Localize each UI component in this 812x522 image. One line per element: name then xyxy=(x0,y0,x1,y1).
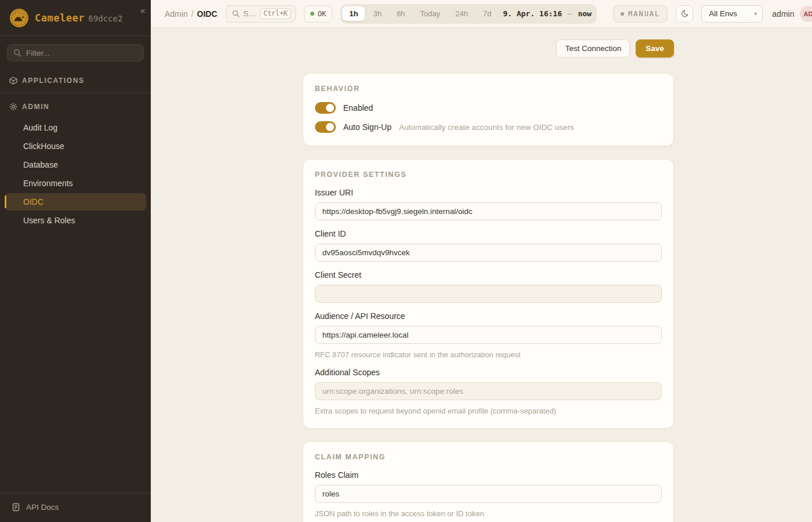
provider-card-title: PROVIDER SETTINGS xyxy=(315,171,662,179)
sidebar-item-users-roles[interactable]: Users & Roles xyxy=(5,212,146,229)
avatar[interactable]: AD xyxy=(800,6,812,22)
sidebar-filter-input[interactable]: Filter... xyxy=(7,44,144,61)
cube-icon xyxy=(9,77,17,85)
manual-label: MANUAL xyxy=(628,10,660,18)
breadcrumb-page: OIDC xyxy=(197,9,217,19)
client-id-input[interactable] xyxy=(315,244,662,262)
enabled-toggle-label: Enabled xyxy=(343,103,373,113)
sidebar-section-admin[interactable]: ADMIN xyxy=(0,97,151,117)
sidebar-header: Cameleer 69dcce2 « xyxy=(0,0,151,36)
sidebar-item-environments[interactable]: Environments xyxy=(5,175,146,192)
time-separator: – xyxy=(567,9,574,18)
auto-signup-hint: Automatically create accounts for new OI… xyxy=(399,123,574,132)
main-area: Admin / OIDC S… Ctrl+K OK 1h 3h 6h Today… xyxy=(151,0,812,522)
auto-signup-toggle[interactable] xyxy=(315,121,336,133)
section-label: ADMIN xyxy=(22,103,49,111)
environment-select[interactable]: All Envs ▾ xyxy=(701,5,763,23)
provider-settings-card: PROVIDER SETTINGS Issuer URI Client ID C… xyxy=(303,159,674,429)
behavior-card-title: BEHAVIOR xyxy=(315,85,662,93)
sidebar-api-docs-link[interactable]: API Docs xyxy=(0,493,151,522)
sidebar-item-audit-log[interactable]: Audit Log xyxy=(5,119,146,136)
sidebar: Cameleer 69dcce2 « Filter... APPLICATION… xyxy=(0,0,151,522)
time-range-7d[interactable]: 7d xyxy=(476,6,498,21)
toggle-knob xyxy=(326,123,334,131)
dark-mode-toggle-button[interactable] xyxy=(676,5,693,23)
breadcrumb: Admin / OIDC xyxy=(165,9,217,19)
sidebar-item-oidc[interactable]: OIDC xyxy=(5,193,146,211)
chevron-down-icon: ▾ xyxy=(754,10,757,17)
toggle-knob xyxy=(326,104,334,112)
status-dot-icon xyxy=(310,12,314,16)
client-secret-label: Client Secret xyxy=(315,270,662,280)
auto-signup-toggle-row: Auto Sign-Up Automatically create accoun… xyxy=(315,121,662,133)
time-range-today[interactable]: Today xyxy=(413,6,447,21)
sidebar-divider xyxy=(0,93,151,93)
status-ok-button[interactable]: OK xyxy=(304,5,332,23)
settings-scroll-area: Test Connection Save BEHAVIOR Enabled Au… xyxy=(151,28,812,522)
moon-icon xyxy=(680,9,689,19)
manual-refresh-button[interactable]: MANUAL xyxy=(613,5,668,23)
breadcrumb-admin[interactable]: Admin xyxy=(165,9,188,19)
section-label: APPLICATIONS xyxy=(22,77,85,85)
global-search-button[interactable]: S… Ctrl+K xyxy=(226,5,296,23)
additional-scopes-hint: Extra scopes to request beyond openid em… xyxy=(315,407,662,415)
roles-claim-label: Roles Claim xyxy=(315,470,662,480)
issuer-uri-input[interactable] xyxy=(315,202,662,220)
enabled-toggle-row: Enabled xyxy=(315,102,662,114)
test-connection-button[interactable]: Test Connection xyxy=(556,39,630,57)
time-from: 9. Apr. 16:16 xyxy=(503,9,562,18)
search-label: S… xyxy=(244,9,256,18)
time-range-6h[interactable]: 6h xyxy=(390,6,412,21)
topbar: Admin / OIDC S… Ctrl+K OK 1h 3h 6h Today… xyxy=(151,0,812,28)
audience-label: Audience / API Resource xyxy=(315,311,662,321)
page-actions: Test Connection Save xyxy=(303,39,674,57)
roles-claim-input[interactable] xyxy=(315,485,662,503)
claim-mapping-card: CLAIM MAPPING Roles Claim JSON path to r… xyxy=(303,441,674,522)
cameleer-logo-icon xyxy=(9,8,29,28)
save-button[interactable]: Save xyxy=(636,39,674,57)
app-name: Cameleer xyxy=(35,12,85,24)
user-name: admin xyxy=(772,9,794,19)
client-id-label: Client ID xyxy=(315,229,662,238)
app-version: 69dcce2 xyxy=(88,14,122,23)
api-docs-label: API Docs xyxy=(26,503,59,512)
sidebar-filter-wrap: Filter... xyxy=(0,36,151,71)
document-icon xyxy=(12,503,20,512)
audience-hint: RFC 8707 resource indicator sent in the … xyxy=(315,350,662,359)
auto-signup-toggle-label: Auto Sign-Up xyxy=(343,122,392,132)
sidebar-nav: Audit Log ClickHouse Database Environmen… xyxy=(0,117,151,231)
time-to: now xyxy=(578,9,591,18)
claims-card-title: CLAIM MAPPING xyxy=(315,453,662,461)
client-secret-input[interactable] xyxy=(315,285,662,303)
time-range-custom[interactable]: 9. Apr. 16:16 – now xyxy=(499,9,595,18)
time-range-24h[interactable]: 24h xyxy=(448,6,475,21)
sidebar-collapse-icon[interactable]: « xyxy=(140,6,145,14)
roles-claim-hint: JSON path to roles in the access token o… xyxy=(315,509,662,518)
search-icon xyxy=(13,49,21,57)
time-range-segmented-control: 1h 3h 6h Today 24h 7d 9. Apr. 16:16 – no… xyxy=(340,4,597,24)
enabled-toggle[interactable] xyxy=(315,102,336,114)
sidebar-item-database[interactable]: Database xyxy=(5,156,146,173)
sidebar-section-applications[interactable]: APPLICATIONS xyxy=(0,71,151,90)
sidebar-item-clickhouse[interactable]: ClickHouse xyxy=(5,137,146,155)
search-icon xyxy=(232,10,240,17)
additional-scopes-label: Additional Scopes xyxy=(315,368,662,377)
additional-scopes-input[interactable] xyxy=(315,382,662,400)
user-area: admin AD xyxy=(772,6,812,22)
behavior-card: BEHAVIOR Enabled Auto Sign-Up Automatica… xyxy=(303,73,674,146)
gear-icon xyxy=(9,103,17,111)
search-shortcut-kbd: Ctrl+K xyxy=(260,8,291,19)
time-range-3h[interactable]: 3h xyxy=(366,6,388,21)
app-title: Cameleer 69dcce2 xyxy=(35,12,122,24)
filter-placeholder: Filter... xyxy=(26,49,50,57)
audience-input[interactable] xyxy=(315,326,662,344)
time-range-1h[interactable]: 1h xyxy=(342,6,365,21)
environment-select-value: All Envs xyxy=(709,9,737,18)
manual-dot-icon xyxy=(621,12,624,16)
status-label: OK xyxy=(318,10,326,18)
issuer-uri-label: Issuer URI xyxy=(315,188,662,197)
breadcrumb-separator: / xyxy=(191,9,194,19)
